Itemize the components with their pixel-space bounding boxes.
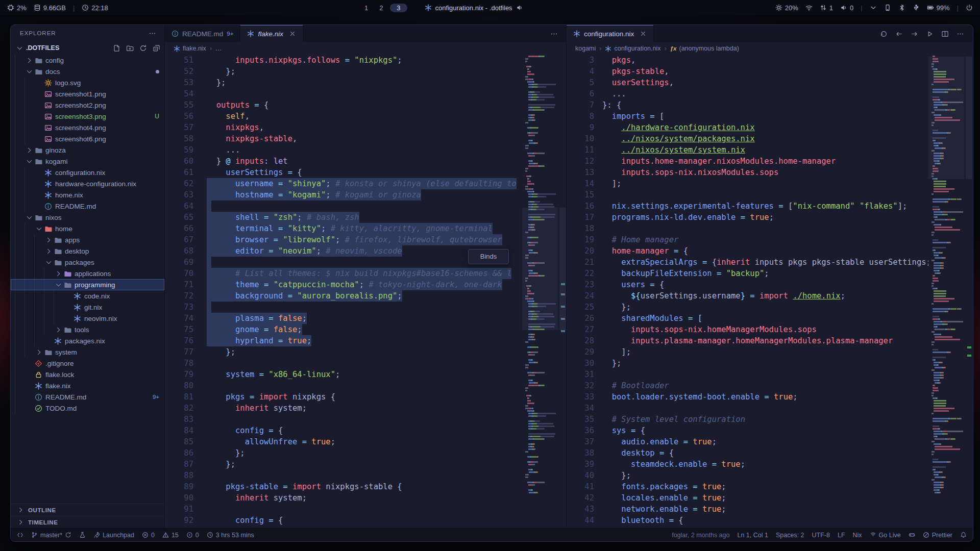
code-line[interactable] bbox=[602, 223, 928, 234]
folder-item-apps[interactable]: apps bbox=[11, 234, 164, 245]
power-module[interactable] bbox=[966, 4, 973, 11]
code-line[interactable]: # Bootloader bbox=[602, 380, 928, 391]
code-line[interactable]: terminal = "kitty"; # kitty, alacritty, … bbox=[207, 223, 522, 234]
code-line[interactable]: theme = "catppuccin-mocha"; # tokyo-nigh… bbox=[207, 279, 522, 290]
code-line[interactable]: }; bbox=[207, 459, 522, 470]
status-0[interactable]: 0 bbox=[142, 532, 155, 539]
file-item-todo-md[interactable]: TODO.md bbox=[11, 403, 164, 414]
status-nix[interactable]: Nix bbox=[853, 532, 862, 539]
file-item-screenshot6-png[interactable]: screenshot6.png bbox=[11, 133, 164, 144]
tab-flake-nix[interactable]: flake.nix bbox=[240, 25, 303, 42]
history-icon[interactable] bbox=[880, 30, 888, 38]
tab-readme-md[interactable]: README.md9+ bbox=[165, 25, 240, 42]
code-line[interactable]: inputs.home-manager.nixosModules.home-ma… bbox=[602, 156, 928, 167]
status-launchpad[interactable]: Launchpad bbox=[93, 532, 134, 539]
code-line[interactable]: sharedModules = [ bbox=[602, 313, 928, 324]
code-line[interactable]: ${userSettings.username} = import ./home… bbox=[602, 290, 928, 302]
status-utf-8[interactable]: UTF-8 bbox=[812, 532, 830, 539]
code-line[interactable]: }; bbox=[602, 302, 928, 313]
battery-module[interactable]: 99% bbox=[927, 4, 950, 12]
code-line[interactable]: inputs.sops-nix.homeManagerModules.sops bbox=[602, 324, 928, 335]
code-line[interactable]: self, bbox=[207, 111, 522, 122]
code-line[interactable]: system = "x86_64-linux"; bbox=[207, 369, 522, 380]
code-line[interactable]: }; bbox=[207, 66, 522, 77]
breadcrumb-item-kogami[interactable]: kogami bbox=[575, 45, 596, 52]
code-line[interactable]: bluetooth = { bbox=[602, 515, 928, 526]
minimap[interactable] bbox=[522, 55, 566, 528]
code-line[interactable]: hyprland = true; bbox=[207, 335, 522, 346]
new-folder-icon[interactable] bbox=[126, 44, 134, 52]
code-line[interactable]: extraSpecialArgs = {inherit inputs pkgs … bbox=[602, 257, 928, 268]
code-line[interactable]: ... bbox=[207, 144, 522, 156]
code-line[interactable] bbox=[207, 88, 522, 99]
code-line[interactable] bbox=[207, 470, 522, 481]
code-line[interactable]: inputs.sops-nix.nixosModules.sops bbox=[602, 167, 928, 178]
code-line[interactable]: ./hardware-configuration.nix bbox=[602, 122, 928, 133]
updown-module[interactable]: 1 bbox=[820, 4, 833, 12]
folder-item-system[interactable]: system bbox=[11, 346, 164, 358]
arrow-left-icon[interactable] bbox=[895, 30, 903, 38]
volume-module[interactable]: 0 bbox=[840, 4, 853, 12]
status-remote[interactable] bbox=[17, 532, 23, 538]
file-item-code-nix[interactable]: code.nix bbox=[11, 290, 164, 302]
play-icon[interactable] bbox=[926, 30, 934, 38]
status-foglar-2-months-ago[interactable]: foglar, 2 months ago bbox=[672, 532, 729, 539]
folder-item-desktop[interactable]: desktop bbox=[11, 245, 164, 257]
code-line[interactable]: pkgs-stable = import nixpkgs-stable { bbox=[207, 481, 522, 492]
more-icon[interactable] bbox=[550, 30, 558, 38]
outline-section[interactable]: OUTLINE bbox=[11, 504, 164, 516]
file-item-neovim-nix[interactable]: neovim.nix bbox=[11, 313, 164, 324]
file-item-screenshot4-png[interactable]: screenshot4.png bbox=[11, 122, 164, 133]
file-item-packages-nix[interactable]: packages.nix bbox=[11, 335, 164, 346]
code-line[interactable] bbox=[207, 504, 522, 515]
status-3-hrs-53-mins[interactable]: 3 hrs 53 mins bbox=[207, 532, 254, 539]
code-line[interactable]: } @ inputs: let bbox=[207, 156, 522, 167]
code-line[interactable] bbox=[207, 380, 522, 391]
code-line[interactable]: shell = "zsh"; # bash, zsh bbox=[207, 212, 522, 223]
file-item-gitignore[interactable]: .gitignore bbox=[11, 358, 164, 369]
scrollbar-slider[interactable] bbox=[966, 57, 972, 179]
code-line[interactable]: userSettings, bbox=[602, 77, 928, 88]
status-bell[interactable] bbox=[960, 532, 967, 538]
collapse-all-icon[interactable] bbox=[153, 44, 160, 52]
arrow-right-icon[interactable] bbox=[911, 30, 918, 38]
file-item-screenshot1-png[interactable]: screenshot1.png bbox=[11, 88, 164, 99]
code-line[interactable]: # Home manager bbox=[602, 234, 928, 245]
code-line[interactable]: gnome = false; bbox=[207, 324, 522, 335]
code-line[interactable]: sys = { bbox=[602, 425, 928, 436]
code-line[interactable]: enable = true; bbox=[602, 526, 928, 528]
chevron-down-module[interactable] bbox=[870, 4, 877, 11]
status-go-live[interactable]: Go Live bbox=[870, 532, 901, 539]
code-line[interactable] bbox=[602, 189, 928, 201]
file-item-screenshot3-png[interactable]: screenshot3.pngU bbox=[11, 111, 164, 122]
code-line[interactable]: username = "shinya"; # konsta or shinya … bbox=[207, 178, 522, 189]
folder-item-ginoza[interactable]: ginoza bbox=[11, 144, 164, 156]
workspace-2[interactable]: 2 bbox=[375, 4, 387, 12]
code-line[interactable] bbox=[602, 369, 928, 380]
code-line[interactable]: backupFileExtension = "backup"; bbox=[602, 268, 928, 279]
code-line[interactable]: locales.enable = true; bbox=[602, 492, 928, 504]
file-item-readme-md[interactable]: README.md9+ bbox=[11, 391, 164, 403]
code-line[interactable]: pkgs, bbox=[602, 55, 928, 66]
bluetooth-module[interactable] bbox=[898, 4, 905, 11]
breadcrumb-item-configuration-nix[interactable]: configuration.nix bbox=[605, 45, 660, 52]
code-line[interactable]: programs.nix-ld.dev.enable = true; bbox=[602, 212, 928, 223]
code-line[interactable] bbox=[207, 201, 522, 212]
breadcrumb-item-item[interactable]: … bbox=[215, 45, 222, 52]
code-line[interactable]: userSettings = { bbox=[207, 167, 522, 178]
code-line[interactable]: outputs = { bbox=[207, 99, 522, 111]
workspace-3[interactable]: 3 bbox=[390, 4, 407, 12]
status-spaces-2[interactable]: Spaces: 2 bbox=[776, 532, 804, 539]
status-15[interactable]: 15 bbox=[162, 532, 179, 539]
folder-item-packages[interactable]: packages bbox=[11, 257, 164, 268]
status-gamepad[interactable] bbox=[909, 532, 915, 538]
code-line[interactable]: fonts.packages = true; bbox=[602, 481, 928, 492]
minimap[interactable] bbox=[928, 55, 972, 528]
refresh-icon[interactable] bbox=[139, 44, 147, 52]
file-item-home-nix[interactable]: home.nix bbox=[11, 189, 164, 201]
code-line[interactable]: inputs.nixpkgs.follows = "nixpkgs"; bbox=[207, 55, 522, 66]
folder-item-kogami[interactable]: kogami bbox=[11, 156, 164, 167]
status-lf[interactable]: LF bbox=[838, 532, 845, 539]
code-line[interactable]: users = { bbox=[602, 279, 928, 290]
scrollbar-slider[interactable] bbox=[559, 208, 566, 330]
